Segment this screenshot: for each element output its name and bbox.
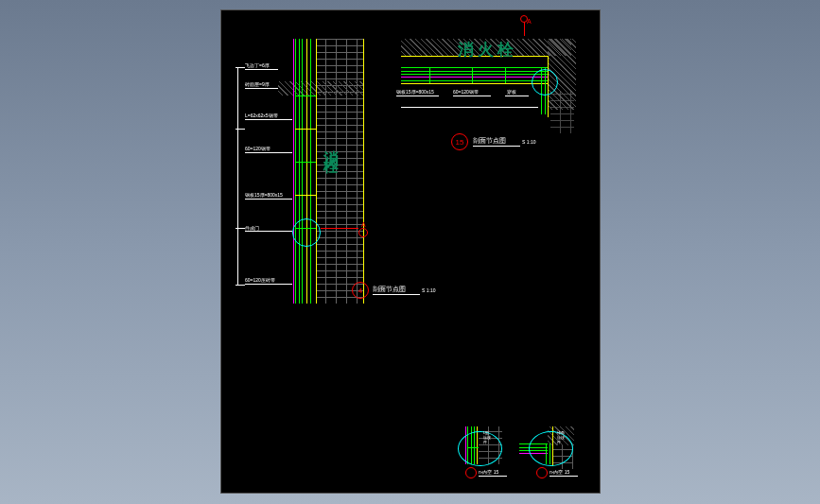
section-marker-4: 4 [352, 282, 369, 299]
leader-r1 [396, 96, 439, 96]
mini-detail-2: 转角连接件 n-内空 15 [519, 426, 576, 478]
cad-canvas[interactable]: 飞边丁=6厚 砖面层=9厚 L=62x62x5钢带 60=120钢带 钢板15厚… [220, 9, 601, 494]
detail-callout-circle [292, 218, 321, 247]
section-marker-15: 15 [451, 133, 468, 150]
dim-line-v [237, 67, 238, 285]
leader-r3 [505, 96, 529, 96]
title-right-underline [473, 146, 520, 147]
leader-7 [245, 284, 292, 285]
frame-h-g1 [401, 67, 548, 68]
mini-detail-1: L型连接件 n-内空 15 [448, 426, 505, 478]
conn-v1 [429, 67, 430, 83]
section-detail-right: 消火栓 钢板15厚=800x15 60=120钢带 穿板 A [401, 39, 581, 114]
section-a-line-left [321, 228, 358, 229]
frame-h-g2 [401, 71, 548, 72]
anno-r3: 穿板 [507, 89, 516, 95]
hatch-fill-top2 [316, 81, 363, 96]
mini-underline-2 [550, 476, 578, 477]
leader-6 [245, 231, 292, 232]
frame-h-g4 [401, 80, 548, 81]
conn-h3 [295, 162, 316, 163]
marker-4-number: 4 [358, 287, 362, 295]
leader-5 [245, 199, 292, 200]
magenta-finish [293, 39, 294, 304]
leader-2 [245, 88, 278, 89]
brick-wall [316, 39, 363, 304]
detail-callout-right [532, 69, 558, 96]
scale-left: S 1:10 [422, 287, 435, 293]
yellow-frame-v [306, 39, 307, 304]
anno-7: 60=120压砖带 [245, 277, 275, 283]
conn-h1 [295, 96, 316, 96]
title-left-underline [373, 294, 420, 295]
section-detail-left: 飞边丁=6厚 砖面层=9厚 L=62x62x5钢带 60=120钢带 钢板15厚… [250, 39, 373, 313]
fire-hydrant-label-v: 消火栓 [321, 138, 340, 149]
section-a-marker [358, 228, 368, 237]
leader-1 [245, 69, 278, 70]
green-stud-4 [310, 39, 311, 304]
green-stud-3 [302, 39, 303, 304]
leader-3 [245, 119, 292, 120]
section-a-marker-top [520, 15, 528, 23]
leader-4 [245, 152, 292, 153]
conn-v2 [472, 67, 473, 83]
dim-h [401, 107, 538, 108]
conn-v3 [505, 67, 506, 83]
anno-r1: 钢板15厚=800x15 [396, 89, 434, 95]
green-stud-1 [295, 39, 296, 304]
mini-text-2a: 转角连接件 [557, 430, 565, 444]
brick-right [550, 91, 574, 133]
anno-5: 钢板15厚=800x15 [245, 192, 283, 198]
anno-1: 飞边丁=6厚 [245, 62, 270, 68]
frame-h-g3 [401, 74, 548, 75]
leader-r2 [453, 96, 491, 96]
mini-underline-1 [479, 476, 507, 477]
yellow-wall-line-r [363, 39, 364, 304]
conn-h2 [295, 129, 316, 130]
mini-circle-2 [529, 431, 573, 466]
title-right: 剖面节点图 [473, 136, 506, 146]
anno-r2: 60=120钢带 [453, 89, 479, 95]
marker-15-number: 15 [456, 138, 464, 147]
fire-hydrant-label-h: 消火栓 [458, 39, 517, 61]
mini-marker-2 [536, 467, 548, 478]
conn-h4 [295, 195, 316, 196]
frame-h-m [401, 77, 548, 78]
mini-marker-1 [465, 467, 477, 478]
mini-label-1: n-内空 15 [479, 469, 498, 475]
title-left: 剖面节点图 [373, 285, 406, 294]
section-a-line-top [524, 22, 525, 36]
frame-h-y2 [401, 83, 548, 84]
anno-4: 60=120钢带 [245, 146, 270, 151]
dim-tick-4 [236, 285, 245, 286]
green-stud-2 [299, 39, 300, 304]
anno-2: 砖面层=9厚 [245, 81, 270, 87]
mini-circle-1 [458, 431, 502, 466]
scale-right: S 1:10 [522, 139, 535, 145]
anno-3: L=62x62x5钢带 [245, 113, 278, 118]
section-a-label: A [361, 221, 366, 228]
mini-label-2: n-内空 15 [550, 469, 569, 475]
mini-text-1a: L型连接件 [483, 430, 491, 444]
yellow-wall-line [316, 39, 317, 304]
